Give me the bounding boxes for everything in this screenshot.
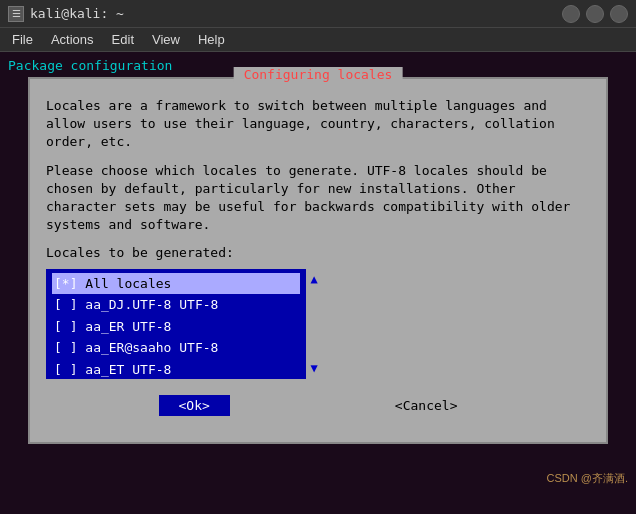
scroll-up-icon[interactable]: ▲ [310, 271, 317, 288]
titlebar-controls [562, 5, 628, 23]
menu-edit[interactable]: Edit [104, 30, 142, 49]
list-item[interactable]: [ ] aa_ET UTF-8 [52, 359, 300, 379]
body-text-1: Locales are a framework to switch betwee… [46, 97, 590, 152]
scrollbar[interactable]: ▲ ▼ [306, 269, 322, 379]
ok-button[interactable]: <Ok> [159, 395, 230, 416]
list-item-label: aa_ER@saaho UTF-8 [85, 340, 218, 355]
menu-help[interactable]: Help [190, 30, 233, 49]
checkbox-icon: [ ] [54, 319, 77, 334]
listbox-container: [*] All locales [ ] aa_DJ.UTF-8 UTF-8 [ … [46, 269, 590, 379]
menu-file[interactable]: File [4, 30, 41, 49]
list-item-label: All locales [85, 276, 171, 291]
maximize-button[interactable] [586, 5, 604, 23]
list-item-label: aa_DJ.UTF-8 UTF-8 [85, 297, 218, 312]
watermark: CSDN @齐满酒. [547, 471, 628, 486]
menu-view[interactable]: View [144, 30, 188, 49]
list-item-label: aa_ER UTF-8 [85, 319, 171, 334]
body-text-2: Please choose which locales to generate.… [46, 162, 590, 235]
terminal: Package configuration Configuring locale… [0, 52, 636, 514]
locale-listbox[interactable]: [*] All locales [ ] aa_DJ.UTF-8 UTF-8 [ … [46, 269, 306, 379]
dialog: Configuring locales Locales are a framew… [28, 77, 608, 444]
checkbox-icon: [ ] [54, 340, 77, 355]
list-item[interactable]: [ ] aa_ER UTF-8 [52, 316, 300, 338]
titlebar-title: kali@kali: ~ [30, 6, 124, 21]
close-button[interactable] [610, 5, 628, 23]
list-item[interactable]: [ ] aa_ER@saaho UTF-8 [52, 337, 300, 359]
window-icon: ☰ [8, 6, 24, 22]
dialog-buttons: <Ok> <Cancel> [46, 385, 590, 426]
scroll-down-icon[interactable]: ▼ [310, 360, 317, 377]
cancel-button[interactable]: <Cancel> [375, 395, 478, 416]
checkbox-icon: [ ] [54, 362, 77, 377]
menu-actions[interactable]: Actions [43, 30, 102, 49]
list-item-label: aa_ET UTF-8 [85, 362, 171, 377]
locales-label: Locales to be generated: [46, 244, 590, 262]
list-item[interactable]: [ ] aa_DJ.UTF-8 UTF-8 [52, 294, 300, 316]
dialog-title: Configuring locales [234, 67, 403, 82]
menubar: File Actions Edit View Help [0, 28, 636, 52]
checkbox-icon: [ ] [54, 297, 77, 312]
titlebar: ☰ kali@kali: ~ [0, 0, 636, 28]
dialog-body: Locales are a framework to switch betwee… [40, 89, 596, 432]
minimize-button[interactable] [562, 5, 580, 23]
titlebar-left: ☰ kali@kali: ~ [8, 6, 124, 22]
list-item[interactable]: [*] All locales [52, 273, 300, 295]
checkbox-icon: [*] [54, 276, 77, 291]
